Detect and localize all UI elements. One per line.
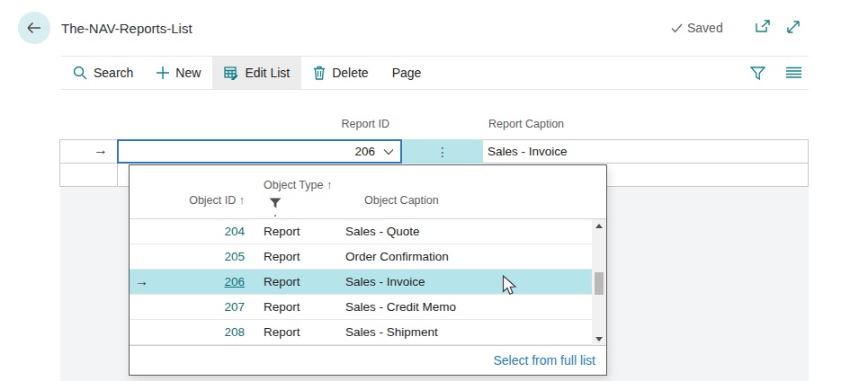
- back-arrow-icon: [26, 22, 42, 34]
- filter-applied-icon: [269, 198, 282, 208]
- lookup-footer: Select from full list: [130, 345, 606, 375]
- object-id-value[interactable]: 204: [130, 225, 245, 238]
- lookup-column-object-type[interactable]: Object Type ↑: [264, 179, 332, 191]
- object-type-value: Report: [245, 275, 345, 288]
- object-caption-value: Sales - Shipment: [345, 325, 438, 339]
- object-caption-value: Sales - Quote: [345, 225, 420, 238]
- object-type-value: Report: [245, 325, 345, 339]
- column-header-report-caption[interactable]: Report Caption: [488, 118, 564, 130]
- report-caption-cell: Sales - Invoice: [488, 145, 568, 158]
- triangle-down-icon: [595, 337, 603, 341]
- page-title: The-NAV-Reports-List: [61, 21, 192, 36]
- lookup-row-207[interactable]: 207 Report Sales - Credit Memo: [130, 295, 592, 320]
- object-type-label: Object Type: [264, 179, 323, 191]
- triangle-up-icon: [595, 224, 603, 228]
- save-status: Saved: [671, 21, 723, 35]
- sort-ascending-icon: ↑: [239, 194, 245, 207]
- object-id-label: Object ID: [189, 194, 236, 207]
- object-id-value[interactable]: 205: [130, 250, 245, 263]
- page-label: Page: [392, 66, 422, 80]
- object-type-value: Report: [245, 225, 345, 238]
- new-label: New: [175, 66, 201, 80]
- saved-label: Saved: [687, 21, 723, 35]
- delete-button[interactable]: Delete: [301, 57, 380, 89]
- list-lines-icon: [786, 66, 801, 79]
- new-button[interactable]: New: [145, 57, 212, 89]
- filter-funnel-icon: [750, 66, 765, 80]
- selected-row-indicator: →: [135, 273, 148, 288]
- saved-check-icon: [671, 23, 683, 33]
- choose-columns-button[interactable]: [786, 66, 801, 79]
- popout-icon: [756, 20, 771, 33]
- lookup-column-object-id[interactable]: Object ID ↑: [130, 194, 245, 207]
- lookup-column-object-caption[interactable]: Object Caption: [364, 194, 439, 207]
- search-icon: [73, 66, 87, 80]
- filter-button[interactable]: [750, 66, 765, 80]
- sort-ascending-icon: ↑: [327, 179, 332, 191]
- expand-diagonal-icon: [786, 20, 801, 34]
- trash-icon: [313, 66, 326, 80]
- page-menu-button[interactable]: Page: [380, 57, 434, 89]
- assist-edit-button[interactable]: ⋮: [402, 139, 483, 164]
- search-button[interactable]: Search: [61, 57, 145, 89]
- object-id-value[interactable]: 207: [130, 300, 245, 314]
- business-central-window: The-NAV-Reports-List Saved Search: [0, 0, 868, 381]
- object-caption-label: Object Caption: [364, 194, 439, 207]
- delete-label: Delete: [332, 66, 368, 80]
- edit-list-button[interactable]: Edit List: [212, 57, 301, 89]
- lookup-scrollbar[interactable]: [592, 219, 606, 346]
- edit-list-label: Edit List: [245, 66, 290, 80]
- column-header-report-id[interactable]: Report ID: [300, 118, 389, 130]
- back-button[interactable]: [18, 12, 50, 44]
- lookup-row-208[interactable]: 208 Report Sales - Shipment: [130, 320, 592, 345]
- report-id-lookup-dropdown: Object ID ↑ Object Type ↑ Object Caption…: [129, 164, 607, 376]
- report-id-cell: [117, 139, 402, 164]
- scroll-up-button[interactable]: [592, 219, 606, 233]
- report-id-input[interactable]: [124, 145, 383, 158]
- lookup-header: Object ID ↑ Object Type ↑ Object Caption: [130, 165, 606, 219]
- edit-list-icon: [224, 66, 238, 80]
- select-from-full-list-link[interactable]: Select from full list: [493, 353, 595, 368]
- search-label: Search: [94, 66, 133, 80]
- plus-icon: [157, 66, 169, 79]
- scroll-down-button[interactable]: [592, 332, 606, 346]
- scrollbar-thumb[interactable]: [595, 272, 604, 295]
- object-caption-value: Sales - Credit Memo: [345, 300, 456, 314]
- lookup-rows: 204 Report Sales - Quote 205 Report Orde…: [130, 219, 606, 345]
- object-type-filter-button[interactable]: [269, 196, 282, 217]
- open-in-new-window-button[interactable]: [756, 20, 771, 37]
- lookup-row-204[interactable]: 204 Report Sales - Quote: [130, 219, 592, 244]
- filter-indicator-dot: [274, 215, 276, 217]
- object-type-value: Report: [245, 250, 345, 263]
- object-caption-value: Sales - Invoice: [345, 275, 425, 288]
- chevron-down-icon[interactable]: [383, 148, 394, 155]
- object-type-value: Report: [245, 300, 345, 314]
- active-row-indicator: →: [94, 142, 108, 158]
- action-toolbar: Search New Edit List Delete Pag: [61, 56, 809, 90]
- lookup-row-206-selected[interactable]: → 206 Report Sales - Invoice: [130, 270, 592, 295]
- object-caption-value: Order Confirmation: [345, 250, 449, 263]
- lookup-row-205[interactable]: 205 Report Order Confirmation: [130, 244, 592, 270]
- resize-window-button[interactable]: [786, 20, 801, 38]
- object-id-value[interactable]: 208: [130, 325, 245, 339]
